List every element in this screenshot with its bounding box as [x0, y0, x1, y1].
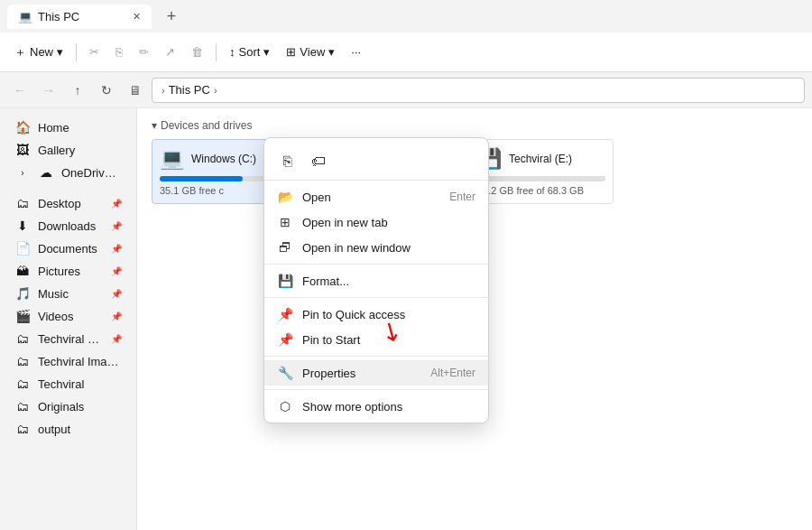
sidebar-item-techviral[interactable]: 🗂 Techviral — [4, 373, 133, 395]
new-button[interactable]: ＋ New ▾ — [7, 38, 70, 67]
forward-button[interactable]: → — [36, 78, 61, 103]
sidebar-item-label: Techviral — [38, 377, 122, 391]
cm-format-label: Format... — [302, 274, 475, 288]
cm-properties-icon: 🔧 — [277, 366, 293, 380]
cm-item-properties[interactable]: 🔧 Properties Alt+Enter — [264, 360, 488, 386]
new-label: New — [30, 45, 53, 59]
sidebar-item-home[interactable]: 🏠 Home — [4, 116, 133, 138]
share-button[interactable]: ↗ — [158, 38, 182, 67]
cm-item-pin-start[interactable]: 📌 Pin to Start — [264, 327, 488, 352]
content-area: ▾ Devices and drives 💻 Windows (C:) 35.1… — [137, 108, 812, 530]
delete-button[interactable]: 🗑 — [184, 38, 210, 67]
sidebar-item-downloads[interactable]: ⬇ Downloads 📌 — [4, 215, 133, 237]
cm-pin-start-icon: 📌 — [277, 332, 293, 347]
address-path[interactable]: › This PC › — [152, 78, 805, 103]
path-label: This PC — [169, 83, 210, 97]
sidebar-item-originals[interactable]: 🗂 Originals — [4, 395, 133, 417]
share-icon: ↗ — [165, 45, 175, 59]
view-label: View — [300, 45, 325, 59]
folder-icon: 🗂 — [14, 399, 31, 414]
folder-icon: 🗂 — [14, 331, 31, 346]
sidebar-item-label: Videos — [38, 310, 104, 323]
onedrive-icon: ☁ — [38, 165, 54, 180]
pin-icon: 📌 — [111, 266, 122, 276]
cm-item-open[interactable]: 📂 Open Enter — [264, 184, 488, 209]
cm-item-show-more[interactable]: ⬡ Show more options — [264, 394, 488, 419]
drive-icon-c: 💻 — [160, 147, 184, 171]
documents-icon: 📄 — [14, 241, 31, 256]
pin-icon: 📌 — [111, 311, 122, 321]
sidebar-item-label: Techviral Docum — [38, 332, 104, 346]
toolbar-separator-2 — [216, 43, 217, 61]
sidebar-item-label: Gallery — [38, 144, 122, 157]
cm-item-format[interactable]: 💾 Format... — [264, 268, 488, 293]
sort-dropdown-icon: ▾ — [263, 45, 270, 59]
sidebar-item-techviral-images[interactable]: 🗂 Techviral Images — [4, 350, 133, 372]
pin-icon: 📌 — [111, 289, 122, 299]
sort-button[interactable]: ↕ Sort ▾ — [222, 38, 277, 67]
more-options-button[interactable]: ··· — [344, 38, 368, 67]
drive-bar-fill-c — [160, 176, 243, 181]
path-chevron-1: › — [161, 85, 165, 96]
sidebar-item-label: output — [38, 423, 122, 436]
cm-copy-icon-button[interactable]: ⎘ — [273, 147, 302, 176]
cm-properties-shortcut: Alt+Enter — [430, 367, 475, 379]
delete-icon: 🗑 — [191, 45, 203, 59]
sidebar-item-output[interactable]: 🗂 output — [4, 418, 133, 440]
sidebar-item-label: Originals — [38, 400, 122, 414]
title-bar: 💻 This PC ✕ + — [0, 0, 812, 33]
section-chevron: ▾ — [152, 119, 157, 132]
music-icon: 🎵 — [14, 286, 31, 301]
cm-format-icon: 💾 — [277, 274, 293, 288]
cm-open-new-window-label: Open in new window — [302, 241, 475, 255]
back-button[interactable]: ← — [7, 78, 32, 103]
cm-tag-icon-button[interactable]: 🏷 — [304, 147, 333, 176]
folder-icon: 🗂 — [14, 354, 31, 368]
file-explorer-tab[interactable]: 💻 This PC ✕ — [7, 5, 152, 29]
sidebar-item-documents[interactable]: 📄 Documents 📌 — [4, 237, 133, 259]
section-header-drives: ▾ Devices and drives — [152, 119, 798, 132]
sidebar-item-label: Downloads — [38, 219, 104, 233]
new-tab-button[interactable]: + — [159, 4, 184, 29]
desktop-icon-button[interactable]: 🖥 — [123, 78, 148, 103]
cm-show-more-label: Show more options — [302, 400, 475, 414]
rename-icon: ✏ — [139, 45, 149, 59]
tab-close-button[interactable]: ✕ — [133, 11, 141, 23]
cm-item-open-new-tab[interactable]: ⊞ Open in new tab — [264, 209, 488, 235]
sidebar-item-techviral-docum[interactable]: 🗂 Techviral Docum 📌 — [4, 328, 133, 349]
cm-item-open-new-window[interactable]: 🗗 Open in new window — [264, 235, 488, 260]
sidebar-item-onedrive[interactable]: › ☁ OneDrive - Persona — [4, 162, 133, 183]
view-button[interactable]: ⊞ View ▾ — [279, 38, 342, 67]
up-button[interactable]: ↑ — [65, 78, 90, 103]
sidebar-item-pictures[interactable]: 🏔 Pictures 📌 — [4, 260, 133, 282]
expand-icon: › — [14, 168, 31, 178]
rename-button[interactable]: ✏ — [132, 38, 156, 67]
cut-button[interactable]: ✂ — [82, 38, 106, 67]
pin-icon: 📌 — [111, 221, 122, 231]
desktop-folder-icon: 🗂 — [14, 196, 31, 210]
copy-icon: ⎘ — [115, 45, 123, 59]
drive-free-e: 68.2 GB free of 68.3 GB — [477, 185, 605, 196]
sidebar-item-gallery[interactable]: 🖼 Gallery — [4, 139, 133, 161]
cm-item-pin-quick[interactable]: 📌 Pin to Quick access — [264, 302, 488, 327]
cm-separator-3 — [264, 356, 488, 357]
sidebar-item-music[interactable]: 🎵 Music 📌 — [4, 283, 133, 304]
cm-open-icon: 📂 — [277, 190, 293, 204]
sidebar: 🏠 Home 🖼 Gallery › ☁ OneDrive - Persona … — [0, 108, 137, 530]
home-icon: 🏠 — [14, 120, 31, 135]
drive-card-e[interactable]: 💾 Techviral (E:) 68.2 GB free of 68.3 GB — [469, 139, 614, 204]
downloads-icon: ⬇ — [14, 219, 31, 233]
sidebar-item-videos[interactable]: 🎬 Videos 📌 — [4, 305, 133, 327]
cm-separator-1 — [264, 264, 488, 265]
cm-show-more-icon: ⬡ — [277, 399, 293, 414]
sidebar-item-desktop[interactable]: 🗂 Desktop 📌 — [4, 192, 133, 214]
refresh-button[interactable]: ↻ — [94, 78, 119, 103]
copy-button[interactable]: ⎘ — [108, 38, 130, 67]
section-title: Devices and drives — [161, 119, 252, 132]
cm-separator-2 — [264, 297, 488, 298]
view-dropdown-icon: ▾ — [328, 45, 335, 59]
pin-icon: 📌 — [111, 199, 122, 209]
cm-open-new-tab-icon: ⊞ — [277, 215, 293, 229]
view-icon: ⊞ — [286, 45, 296, 59]
tab-icon: 💻 — [18, 10, 32, 23]
